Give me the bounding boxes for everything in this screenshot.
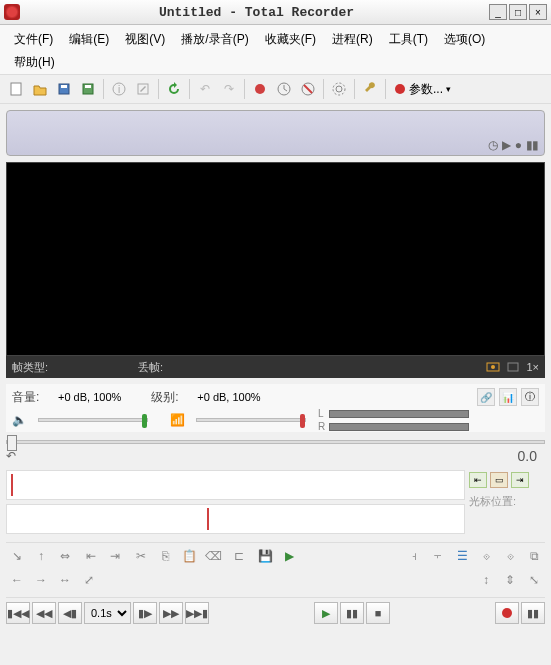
sel-range-button[interactable]: ⇔ <box>54 546 76 566</box>
info-button[interactable]: ⓘ <box>521 388 539 406</box>
refresh-button[interactable] <box>163 78 185 100</box>
sel-up-button[interactable]: ↑ <box>30 546 52 566</box>
marker-c-icon[interactable]: ⇥ <box>511 472 529 488</box>
minimize-button[interactable]: _ <box>489 4 507 20</box>
maximize-button[interactable]: □ <box>509 4 527 20</box>
menu-view[interactable]: 视图(V) <box>117 28 173 51</box>
copy-button[interactable]: ⎘ <box>154 546 176 566</box>
menu-tools[interactable]: 工具(T) <box>381 28 436 51</box>
mix-button[interactable]: ⧉ <box>523 546 545 566</box>
level-slider[interactable] <box>196 418 306 422</box>
toolbar-separator <box>385 79 386 99</box>
goto-last-button[interactable]: ▶▶▮ <box>185 602 209 624</box>
link-button[interactable]: 🔗 <box>477 388 495 406</box>
menu-favorites[interactable]: 收藏夹(F) <box>257 28 324 51</box>
zoom-out-h-button[interactable]: ← <box>6 570 28 590</box>
zoom-in-h-button[interactable]: → <box>30 570 52 590</box>
volume-slider[interactable] <box>38 418 148 422</box>
waveform-right-channel[interactable] <box>6 504 465 534</box>
marker-a-icon[interactable]: ⇤ <box>469 472 487 488</box>
play-button[interactable]: ▶ <box>314 602 338 624</box>
svg-point-12 <box>333 83 345 95</box>
menu-edit[interactable]: 编辑(E) <box>61 28 117 51</box>
menubar: 文件(F) 编辑(E) 视图(V) 播放/录音(P) 收藏夹(F) 进程(R) … <box>0 25 551 75</box>
normalize-button[interactable]: ⫞ <box>403 546 425 566</box>
video-statusbar: 帧类型: 丢帧: 1× <box>6 356 545 378</box>
zoom-fit-button[interactable]: ↔ <box>54 570 76 590</box>
cut-button[interactable]: ✂ <box>130 546 152 566</box>
zoom-v-out-button[interactable]: ⇕ <box>499 570 521 590</box>
timeline-thumb[interactable] <box>7 435 17 451</box>
goto-start-button[interactable]: ⇤ <box>80 546 102 566</box>
menu-process[interactable]: 进程(R) <box>324 28 381 51</box>
pause-rec-button[interactable]: ▮▮ <box>521 602 545 624</box>
amp-up-button[interactable]: ⟐ <box>475 546 497 566</box>
zoom-v-fit-button[interactable]: ⤡ <box>523 570 545 590</box>
record-button[interactable] <box>495 602 519 624</box>
goto-end-button[interactable]: ⇥ <box>104 546 126 566</box>
edit-tag-button[interactable] <box>132 78 154 100</box>
edit-toolbar: ↘ ↑ ⇔ ⇤ ⇥ ✂ ⎘ 📋 ⌫ ⊏ 💾 ▶ ⫞ ⫟ ☰ ⟐ ⟐ ⧉ ← → … <box>6 542 545 593</box>
svg-rect-4 <box>85 85 91 88</box>
waveform-left-channel[interactable] <box>6 470 465 500</box>
schedule-button[interactable] <box>273 78 295 100</box>
record-icon: ● <box>515 138 522 152</box>
speaker-icon[interactable]: 🔈 <box>12 413 32 427</box>
info-button[interactable]: i <box>108 78 130 100</box>
fade-button[interactable]: ⫟ <box>427 546 449 566</box>
goto-first-button[interactable]: ▮◀◀ <box>6 602 30 624</box>
zoom-level: 1× <box>526 361 539 373</box>
zoom-sel-button[interactable]: ⤢ <box>78 570 100 590</box>
fast-fwd-button[interactable]: ▶▶ <box>159 602 183 624</box>
crop-button[interactable]: ⊏ <box>228 546 250 566</box>
menu-help[interactable]: 帮助(H) <box>6 51 63 74</box>
record-globe-button[interactable] <box>249 78 271 100</box>
settings-gear-button[interactable] <box>328 78 350 100</box>
marker-b-icon[interactable]: ▭ <box>490 472 508 488</box>
save-as-button[interactable] <box>77 78 99 100</box>
eq-button[interactable]: ☰ <box>451 546 473 566</box>
save-button[interactable] <box>53 78 75 100</box>
delete-button[interactable]: ⌫ <box>202 546 224 566</box>
fullscreen-icon[interactable] <box>506 360 520 374</box>
zoom-v-in-button[interactable]: ↕ <box>475 570 497 590</box>
meter-button[interactable]: 📊 <box>499 388 517 406</box>
camera-icon[interactable] <box>486 360 500 374</box>
menu-options[interactable]: 选项(O) <box>436 28 493 51</box>
paste-button[interactable]: 📋 <box>178 546 200 566</box>
sel-start-button[interactable]: ↘ <box>6 546 28 566</box>
svg-point-8 <box>255 84 265 94</box>
volume-label: 音量: <box>12 389 50 406</box>
play-sel-button[interactable]: ▶ <box>278 546 300 566</box>
timeline-track[interactable] <box>6 440 545 444</box>
rewind-button[interactable]: ◀◀ <box>32 602 56 624</box>
amp-down-button[interactable]: ⟐ <box>499 546 521 566</box>
new-button[interactable] <box>5 78 27 100</box>
undo-button[interactable]: ↶ <box>194 78 216 100</box>
cursor-position-label: 光标位置: <box>469 494 541 509</box>
menu-play-record[interactable]: 播放/录音(P) <box>173 28 256 51</box>
drop-frame-label: 丢帧: <box>138 360 163 375</box>
step-back-button[interactable]: ◀▮ <box>58 602 82 624</box>
save-sel-button[interactable]: 💾 <box>254 546 276 566</box>
stop-monitor-button[interactable] <box>297 78 319 100</box>
frame-type-label: 帧类型: <box>12 360 48 375</box>
level-meter: L R <box>318 408 469 432</box>
pause-play-button[interactable]: ▮▮ <box>340 602 364 624</box>
parameters-label: 参数... <box>409 81 443 98</box>
stop-button[interactable]: ■ <box>366 602 390 624</box>
parameters-button[interactable]: 参数... ▾ <box>389 79 457 100</box>
open-button[interactable] <box>29 78 51 100</box>
menu-file[interactable]: 文件(F) <box>6 28 61 51</box>
clock-icon: ◷ <box>488 138 498 152</box>
wrench-button[interactable] <box>359 78 381 100</box>
step-fwd-button[interactable]: ▮▶ <box>133 602 157 624</box>
right-channel-label: R <box>318 421 326 432</box>
level-icon[interactable]: 📶 <box>170 413 190 427</box>
info-panel: ◷ ▶ ● ▮▮ <box>6 110 545 156</box>
step-interval-select[interactable]: 0.1s <box>84 602 131 624</box>
reset-time-icon[interactable]: ↶ <box>6 449 16 463</box>
close-button[interactable]: × <box>529 4 547 20</box>
redo-button[interactable]: ↷ <box>218 78 240 100</box>
dropdown-arrow-icon: ▾ <box>446 84 451 94</box>
